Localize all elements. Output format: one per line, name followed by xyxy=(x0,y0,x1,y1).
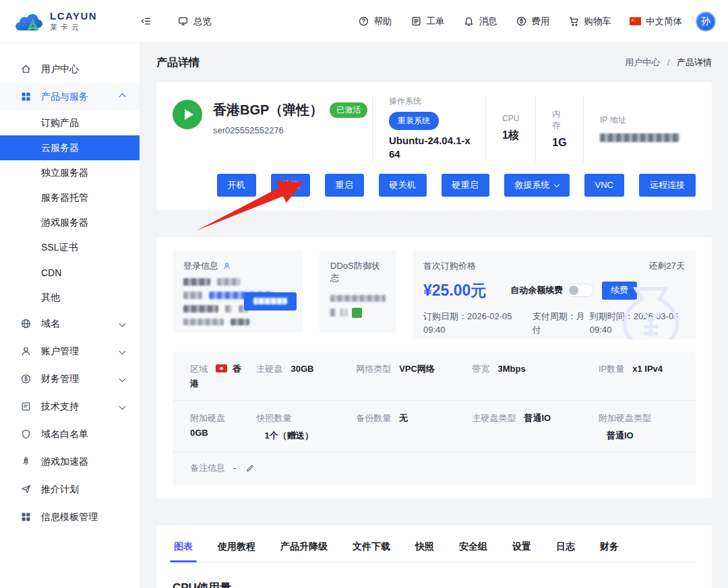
sidebar-item[interactable]: 服务器托管 xyxy=(0,185,140,210)
product-name: 香港BGP（弹性） xyxy=(213,101,323,119)
tab[interactable]: 财务 xyxy=(599,532,620,562)
user-avatar[interactable]: 孙 xyxy=(696,11,716,32)
sidebar-item-icon xyxy=(20,401,32,412)
tab[interactable]: 安全组 xyxy=(458,532,489,562)
price-value: ¥25.00元 xyxy=(423,280,486,301)
topbar-menu-item[interactable]: 工单 xyxy=(411,15,445,28)
sidebar-item-icon xyxy=(20,318,32,329)
sidebar-item[interactable]: 财务管理 xyxy=(0,365,140,393)
spec-cell: 附加硬盘0GB xyxy=(190,411,256,443)
sidebar-item[interactable]: 订购产品 xyxy=(0,110,140,135)
topbar-menu-icon xyxy=(358,15,369,27)
spec-cell: 网络类型VPC网络 xyxy=(356,362,472,391)
sidebar-item-label: 其他 xyxy=(41,292,60,304)
sidebar-item-label: 用户中心 xyxy=(41,63,79,75)
memory-label: 内存 xyxy=(552,108,567,131)
action-button[interactable]: 硬关机 xyxy=(379,174,427,197)
action-button[interactable]: 关机 xyxy=(271,174,310,197)
auto-renew-toggle[interactable] xyxy=(567,284,594,297)
tab[interactable]: 设置 xyxy=(511,532,533,562)
sidebar-item[interactable]: 域名白名单 xyxy=(0,420,140,448)
sidebar-item[interactable]: 云服务器 xyxy=(0,135,140,160)
breadcrumb-home[interactable]: 用户中心 xyxy=(625,57,660,67)
topbar-menu-item[interactable]: 费用 xyxy=(516,15,550,28)
topbar-menu-item[interactable]: 中文简体 xyxy=(630,15,682,28)
spec-cell: 快照数量1个（赠送） xyxy=(256,411,356,443)
sidebar-item-label: 信息模板管理 xyxy=(41,511,98,523)
page-title: 产品详情 xyxy=(156,56,200,70)
server-actions: 开机 关机 重启 硬关机 硬重启 xyxy=(173,174,696,197)
sidebar-item[interactable]: 用户中心 xyxy=(0,55,140,83)
sidebar-item[interactable]: 推介计划 xyxy=(0,476,140,503)
os-label: 操作系统 xyxy=(389,96,473,107)
sidebar-item[interactable]: 技术支持 xyxy=(0,393,140,420)
redacted-text xyxy=(340,308,348,317)
breadcrumb-current: 产品详情 xyxy=(677,57,712,67)
cpu-label: CPU xyxy=(502,114,519,123)
os-value: Ubuntu-24.04.1-x64 xyxy=(389,134,475,162)
detail-tabs-card: 图表使用教程产品升降级文件下载快照安全组设置日志财务 CPU使用量 2026/0… xyxy=(156,525,712,588)
chart-title: CPU使用量 xyxy=(173,580,696,588)
topbar-menu-icon xyxy=(463,15,475,27)
redacted-text xyxy=(183,319,224,325)
chevron-icon xyxy=(119,94,126,100)
topbar-menu-item[interactable]: 购物车 xyxy=(568,15,612,28)
sidebar-item[interactable]: 产品与服务 xyxy=(0,83,140,110)
sidebar-item[interactable]: CDN xyxy=(0,260,140,285)
action-button[interactable]: 救援系统 xyxy=(504,174,570,197)
chevron-icon xyxy=(119,321,126,327)
tab[interactable]: 使用教程 xyxy=(216,532,257,562)
sidebar-item[interactable]: 域名 xyxy=(0,310,140,337)
spec-cell: IP数量x1 IPv4 xyxy=(599,362,678,391)
redacted-text xyxy=(330,308,336,317)
sidebar-item-icon xyxy=(20,456,32,467)
action-button[interactable]: VNC xyxy=(584,174,624,197)
sidebar-item-label: 独立服务器 xyxy=(41,167,88,179)
collapse-sidebar-icon[interactable] xyxy=(140,15,152,27)
tab[interactable]: 日志 xyxy=(555,532,576,562)
chevron-icon xyxy=(119,403,126,410)
login-redacted-button[interactable] xyxy=(244,292,297,311)
sidebar-item[interactable]: 游戏服务器 xyxy=(0,210,140,235)
sidebar-item-label: 订购产品 xyxy=(41,117,79,129)
ip-label: IP 地址 xyxy=(600,115,679,126)
sidebar-item-label: 财务管理 xyxy=(41,373,79,385)
brand-name: LCAYUN xyxy=(50,10,97,22)
remaining-days: 还剩27天 xyxy=(649,260,685,272)
sidebar-item[interactable]: 信息模板管理 xyxy=(0,503,140,531)
action-button[interactable]: 开机 xyxy=(217,174,256,197)
tab[interactable]: 产品升降级 xyxy=(279,532,329,562)
overview-link[interactable]: 总览 xyxy=(177,15,212,28)
product-info-card: 登录信息 DDoS防御状态 首次订购价格 还剩27天 xyxy=(156,237,712,498)
tab[interactable]: 文件下载 xyxy=(351,532,392,562)
topbar-menu-icon xyxy=(411,15,422,27)
sidebar-item-label: 推介计划 xyxy=(41,484,79,496)
topbar-menu-label: 中文简体 xyxy=(646,15,682,28)
note-value: - xyxy=(233,463,236,473)
reinstall-os-button[interactable]: 重装系统 xyxy=(389,112,439,130)
cloud-logo-icon xyxy=(13,10,44,33)
sidebar-item[interactable]: 账户管理 xyxy=(0,337,140,365)
sidebar: 用户中心 产品与服务 订购产品 云服务器 独立服务器 服务器托管 xyxy=(0,43,140,588)
topbar-menu-item[interactable]: 消息 xyxy=(463,15,497,28)
action-button[interactable]: 硬重启 xyxy=(442,174,489,197)
edit-note-icon[interactable] xyxy=(245,463,255,473)
topbar-menu-item[interactable]: 帮助 xyxy=(358,15,392,28)
tab[interactable]: 快照 xyxy=(414,532,435,562)
spec-cell: 备份数量无 xyxy=(356,411,472,443)
sidebar-item[interactable]: 独立服务器 xyxy=(0,160,140,185)
expire-date: 到期时间：2026-03-05 09:40 xyxy=(590,310,685,337)
sidebar-item[interactable]: 游戏加速器 xyxy=(0,448,140,476)
topbar: LCAYUN 莱卡云 总览 帮助 工单 消息 费用 xyxy=(0,0,728,43)
action-button[interactable]: 远程连接 xyxy=(639,174,696,197)
sidebar-item[interactable]: SSL证书 xyxy=(0,235,140,260)
chevron-icon xyxy=(119,376,126,383)
price-title: 首次订购价格 xyxy=(423,260,476,272)
person-icon[interactable] xyxy=(222,261,231,270)
spec-cell: 主硬盘类型普通IO xyxy=(472,411,599,443)
sidebar-item[interactable]: 其他 xyxy=(0,285,140,310)
redacted-text xyxy=(183,278,210,286)
renew-button[interactable]: 续费 xyxy=(602,282,637,300)
tab[interactable]: 图表 xyxy=(173,532,194,562)
action-button[interactable]: 重启 xyxy=(325,174,364,197)
